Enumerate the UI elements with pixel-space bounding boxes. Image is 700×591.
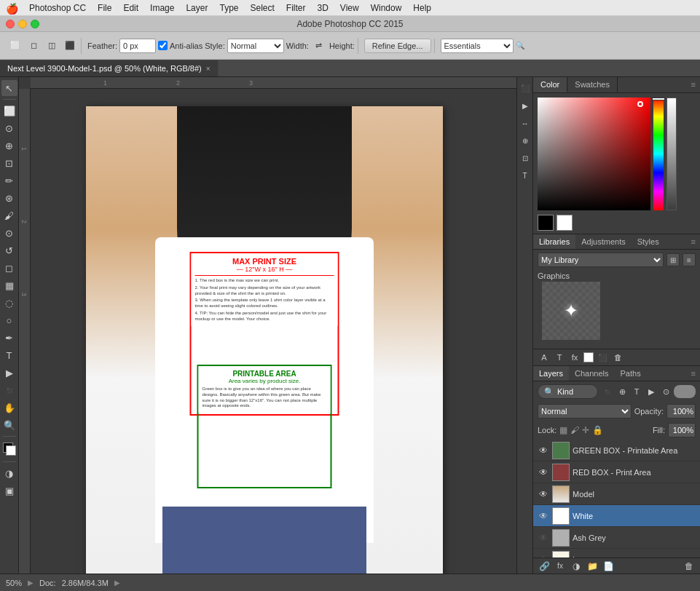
graphics-preview[interactable]: ✦ — [542, 282, 600, 340]
quick-select-tool[interactable]: ⊕ — [1, 138, 17, 154]
layer-item-ash-grey[interactable]: 👁 Ash Grey — [533, 527, 700, 549]
menu-view[interactable]: View — [336, 1, 363, 15]
background-swatch[interactable] — [557, 215, 573, 231]
tab-close-button[interactable]: × — [206, 65, 211, 73]
menu-window[interactable]: Window — [366, 1, 406, 15]
quick-mask-toggle[interactable]: ◑ — [1, 465, 17, 481]
document-tab[interactable]: Next Level 3900-Model-1.psd @ 50% (White… — [0, 60, 219, 76]
color-swatch[interactable] — [1, 441, 17, 457]
layers-tab[interactable]: Layers — [533, 366, 569, 381]
eraser-tool[interactable]: ◻ — [1, 260, 17, 276]
color-gradient-field[interactable] — [538, 98, 650, 210]
layer-visibility-white[interactable]: 👁 — [538, 510, 549, 522]
status-expand-icon[interactable]: ▶ — [28, 579, 34, 587]
alpha-slider[interactable] — [666, 98, 677, 210]
filter-shape-icon[interactable]: ▶ — [645, 385, 658, 398]
brush-tool[interactable]: 🖌 — [1, 207, 17, 223]
lock-transparent-icon[interactable]: ▦ — [559, 425, 567, 435]
styles-tab[interactable]: Styles — [632, 234, 665, 249]
swap-dimensions-btn[interactable]: ⇌ — [311, 38, 327, 54]
style-select[interactable]: Normal Fixed Ratio Fixed Size — [227, 39, 284, 53]
filter-pixel-icon[interactable]: ◾ — [601, 385, 614, 398]
shape-tool[interactable]: ◾ — [1, 382, 17, 398]
layer-visibility-green-box[interactable]: 👁 — [538, 445, 549, 456]
history-brush-tool[interactable]: ↺ — [1, 242, 17, 258]
view-tool-4[interactable]: ⊕ — [517, 132, 533, 148]
screen-mode-toggle[interactable]: ▣ — [1, 483, 17, 499]
layers-group-btn[interactable]: 📁 — [586, 560, 599, 572]
lib-delete-tool[interactable]: 🗑 — [611, 351, 624, 364]
lasso-tool[interactable]: ⊙ — [1, 120, 17, 136]
menu-help[interactable]: Help — [409, 1, 436, 15]
adjustments-tab[interactable]: Adjustments — [575, 234, 632, 249]
lib-type-tool[interactable]: T — [553, 351, 566, 364]
view-tool-2[interactable]: ▶ — [517, 98, 533, 114]
gradient-tool[interactable]: ▦ — [1, 277, 17, 293]
lib-text-tool[interactable]: A — [538, 351, 551, 364]
rectangular-marquee-tool[interactable]: ⬜ — [1, 103, 17, 119]
channels-tab[interactable]: Channels — [569, 366, 614, 381]
layers-delete-btn[interactable]: 🗑 — [683, 560, 696, 572]
swatches-tab[interactable]: Swatches — [567, 77, 618, 92]
menu-type[interactable]: Type — [215, 1, 243, 15]
menu-image[interactable]: Image — [146, 1, 178, 15]
hand-tool[interactable]: ✋ — [1, 400, 17, 416]
blur-tool[interactable]: ◌ — [1, 295, 17, 311]
menu-layer[interactable]: Layer — [181, 1, 212, 15]
view-tool-1[interactable]: ⬛ — [517, 80, 533, 96]
layer-visibility-ash-grey[interactable]: 👁 — [538, 532, 549, 544]
layers-new-btn[interactable]: 📄 — [602, 560, 615, 572]
filter-adjust-icon[interactable]: ⊕ — [616, 385, 629, 398]
lock-pixels-icon[interactable]: 🖌 — [570, 425, 579, 435]
marquee-refine-btn[interactable]: ◫ — [44, 38, 60, 54]
layer-item-white[interactable]: 👁 White — [533, 505, 700, 527]
anti-alias-checkbox[interactable] — [158, 41, 168, 50]
view-tool-6[interactable]: T — [517, 167, 533, 183]
libraries-tab[interactable]: Libraries — [533, 234, 575, 249]
layer-item-ivory[interactable]: 👁 Ivory — [533, 549, 700, 558]
menu-filter[interactable]: Filter — [282, 1, 310, 15]
marquee-options-btn[interactable]: ⬜ — [7, 38, 23, 54]
layer-visibility-model[interactable]: 👁 — [538, 488, 549, 500]
workspace-select[interactable]: Essentials — [441, 39, 514, 53]
filter-smart-icon[interactable]: ⊙ — [659, 385, 672, 398]
background-color[interactable] — [6, 445, 16, 456]
library-list-view[interactable]: ≡ — [683, 253, 696, 266]
view-tool-5[interactable]: ⊡ — [517, 150, 533, 166]
lib-color-tool[interactable] — [583, 352, 594, 362]
crop-tool[interactable]: ⊡ — [1, 155, 17, 171]
spot-healing-tool[interactable]: ⊛ — [1, 190, 17, 206]
dodge-tool[interactable]: ○ — [1, 312, 17, 328]
view-tool-3[interactable]: ↔ — [517, 115, 533, 131]
libraries-panel-menu[interactable]: ≡ — [687, 234, 700, 249]
lib-fx-tool[interactable]: fx — [568, 351, 581, 364]
lock-all-icon[interactable]: 🔒 — [592, 425, 603, 435]
hue-slider[interactable] — [653, 98, 664, 210]
layer-item-green-box[interactable]: 👁 GREEN BOX - Printable Area — [533, 440, 700, 461]
paths-tab[interactable]: Paths — [615, 366, 647, 381]
layers-link-btn[interactable]: 🔗 — [538, 560, 551, 572]
refine-edge-button[interactable]: Refine Edge... — [364, 39, 431, 53]
zoom-tool[interactable]: 🔍 — [1, 417, 17, 433]
foreground-swatch[interactable] — [538, 215, 554, 231]
menu-3d[interactable]: 3D — [313, 1, 333, 15]
lock-position-icon[interactable]: ✛ — [582, 425, 589, 435]
layer-visibility-red-box[interactable]: 👁 — [538, 467, 549, 478]
layer-item-model[interactable]: 👁 Model — [533, 483, 700, 505]
color-panel-menu[interactable]: ≡ — [687, 77, 700, 92]
type-tool[interactable]: T — [1, 347, 17, 363]
close-button[interactable] — [6, 20, 15, 28]
layers-panel-menu[interactable]: ≡ — [687, 366, 700, 381]
library-grid-view[interactable]: ⊞ — [666, 253, 680, 266]
minimize-button[interactable] — [18, 20, 27, 28]
marquee-single-btn[interactable]: ◻ — [25, 38, 42, 54]
color-tab[interactable]: Color — [533, 77, 567, 92]
blend-mode-select[interactable]: Normal Dissolve Multiply — [538, 404, 632, 419]
eyedropper-tool[interactable]: ✏ — [1, 172, 17, 189]
layers-kind-dropdown[interactable]: 🔍 Kind — [538, 384, 598, 399]
filter-type-icon[interactable]: T — [630, 385, 643, 398]
menu-select[interactable]: Select — [245, 1, 278, 15]
fill-input[interactable] — [668, 423, 696, 437]
pen-tool[interactable]: ✒ — [1, 330, 17, 346]
lib-icon-tool[interactable]: ⬛ — [596, 351, 609, 364]
